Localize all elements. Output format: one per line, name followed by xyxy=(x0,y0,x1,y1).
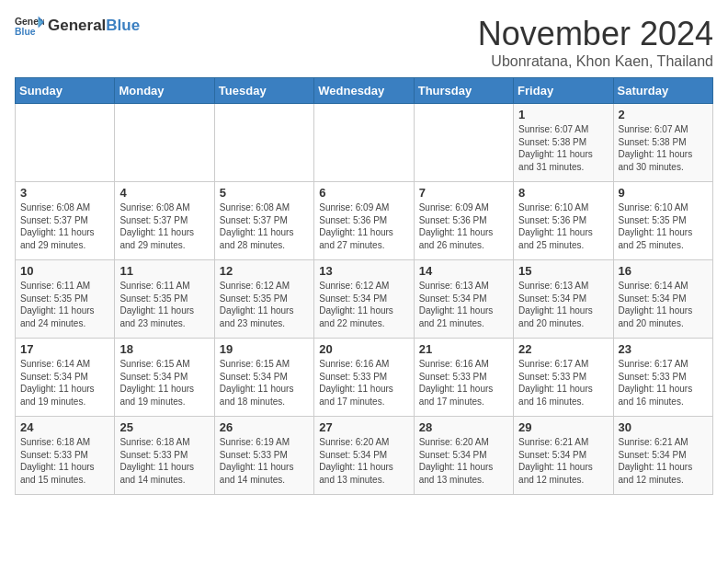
calendar-cell: 7Sunrise: 6:09 AM Sunset: 5:36 PM Daylig… xyxy=(414,182,513,260)
day-info: Sunrise: 6:12 AM Sunset: 5:35 PM Dayligh… xyxy=(220,280,309,329)
day-info: Sunrise: 6:18 AM Sunset: 5:33 PM Dayligh… xyxy=(20,436,109,486)
calendar-cell: 6Sunrise: 6:09 AM Sunset: 5:36 PM Daylig… xyxy=(314,182,414,260)
day-number: 4 xyxy=(119,186,209,200)
day-number: 20 xyxy=(319,342,408,356)
column-header-wednesday: Wednesday xyxy=(314,78,414,104)
day-info: Sunrise: 6:17 AM Sunset: 5:33 PM Dayligh… xyxy=(619,358,708,408)
calendar-header-row: SundayMondayTuesdayWednesdayThursdayFrid… xyxy=(16,78,713,104)
day-info: Sunrise: 6:16 AM Sunset: 5:33 PM Dayligh… xyxy=(419,358,508,408)
column-header-saturday: Saturday xyxy=(613,78,712,104)
calendar-cell xyxy=(314,104,414,182)
calendar-week-row: 24Sunrise: 6:18 AM Sunset: 5:33 PM Dayli… xyxy=(16,417,713,495)
day-info: Sunrise: 6:13 AM Sunset: 5:34 PM Dayligh… xyxy=(419,280,508,329)
day-number: 1 xyxy=(518,108,608,121)
day-number: 6 xyxy=(319,186,408,200)
column-header-thursday: Thursday xyxy=(414,78,513,104)
calendar-cell: 30Sunrise: 6:21 AM Sunset: 5:34 PM Dayli… xyxy=(613,417,712,495)
calendar-cell: 23Sunrise: 6:17 AM Sunset: 5:33 PM Dayli… xyxy=(613,339,712,417)
day-number: 26 xyxy=(220,420,309,434)
day-number: 9 xyxy=(619,186,708,200)
day-info: Sunrise: 6:16 AM Sunset: 5:33 PM Dayligh… xyxy=(319,358,408,408)
calendar-cell: 11Sunrise: 6:11 AM Sunset: 5:35 PM Dayli… xyxy=(115,260,214,339)
day-number: 19 xyxy=(220,342,309,356)
calendar-cell: 25Sunrise: 6:18 AM Sunset: 5:33 PM Dayli… xyxy=(115,417,214,495)
calendar-cell: 20Sunrise: 6:16 AM Sunset: 5:33 PM Dayli… xyxy=(314,339,414,417)
calendar-cell: 1Sunrise: 6:07 AM Sunset: 5:38 PM Daylig… xyxy=(514,104,613,182)
calendar-week-row: 1Sunrise: 6:07 AM Sunset: 5:38 PM Daylig… xyxy=(16,104,713,182)
day-info: Sunrise: 6:09 AM Sunset: 5:36 PM Dayligh… xyxy=(319,201,408,251)
day-number: 17 xyxy=(20,342,109,356)
calendar-week-row: 3Sunrise: 6:08 AM Sunset: 5:37 PM Daylig… xyxy=(16,182,713,260)
day-number: 29 xyxy=(518,420,608,434)
svg-text:Blue: Blue xyxy=(15,27,36,37)
day-info: Sunrise: 6:15 AM Sunset: 5:34 PM Dayligh… xyxy=(119,358,209,408)
day-number: 23 xyxy=(619,342,708,356)
day-number: 13 xyxy=(319,264,408,278)
calendar-cell: 5Sunrise: 6:08 AM Sunset: 5:37 PM Daylig… xyxy=(214,182,313,260)
calendar-week-row: 17Sunrise: 6:14 AM Sunset: 5:34 PM Dayli… xyxy=(16,339,713,417)
day-info: Sunrise: 6:07 AM Sunset: 5:38 PM Dayligh… xyxy=(518,123,608,173)
day-info: Sunrise: 6:15 AM Sunset: 5:34 PM Dayligh… xyxy=(220,358,309,408)
day-info: Sunrise: 6:08 AM Sunset: 5:37 PM Dayligh… xyxy=(20,201,109,251)
calendar-cell: 24Sunrise: 6:18 AM Sunset: 5:33 PM Dayli… xyxy=(16,417,115,495)
location-subtitle: Ubonratana, Khon Kaen, Thailand xyxy=(478,53,713,70)
calendar-cell: 9Sunrise: 6:10 AM Sunset: 5:35 PM Daylig… xyxy=(613,182,712,260)
day-number: 22 xyxy=(518,342,608,356)
day-number: 21 xyxy=(419,342,508,356)
page-header: General Blue General Blue November 2024 … xyxy=(15,15,713,70)
day-info: Sunrise: 6:14 AM Sunset: 5:34 PM Dayligh… xyxy=(619,280,708,329)
day-info: Sunrise: 6:11 AM Sunset: 5:35 PM Dayligh… xyxy=(20,280,109,329)
calendar-cell: 3Sunrise: 6:08 AM Sunset: 5:37 PM Daylig… xyxy=(16,182,115,260)
day-info: Sunrise: 6:17 AM Sunset: 5:33 PM Dayligh… xyxy=(518,358,608,408)
column-header-monday: Monday xyxy=(115,78,214,104)
calendar-cell: 17Sunrise: 6:14 AM Sunset: 5:34 PM Dayli… xyxy=(16,339,115,417)
day-number: 14 xyxy=(419,264,508,278)
calendar-cell: 18Sunrise: 6:15 AM Sunset: 5:34 PM Dayli… xyxy=(115,339,214,417)
calendar-cell: 21Sunrise: 6:16 AM Sunset: 5:33 PM Dayli… xyxy=(414,339,513,417)
day-info: Sunrise: 6:08 AM Sunset: 5:37 PM Dayligh… xyxy=(119,201,209,251)
calendar-cell: 19Sunrise: 6:15 AM Sunset: 5:34 PM Dayli… xyxy=(214,339,313,417)
day-number: 16 xyxy=(619,264,708,278)
day-number: 11 xyxy=(119,264,209,278)
column-header-friday: Friday xyxy=(514,78,613,104)
day-info: Sunrise: 6:10 AM Sunset: 5:36 PM Dayligh… xyxy=(518,201,608,251)
calendar-cell: 14Sunrise: 6:13 AM Sunset: 5:34 PM Dayli… xyxy=(414,260,513,339)
day-info: Sunrise: 6:18 AM Sunset: 5:33 PM Dayligh… xyxy=(119,436,209,486)
day-number: 10 xyxy=(20,264,109,278)
calendar-cell xyxy=(214,104,313,182)
calendar-cell: 15Sunrise: 6:13 AM Sunset: 5:34 PM Dayli… xyxy=(514,260,613,339)
calendar-cell: 10Sunrise: 6:11 AM Sunset: 5:35 PM Dayli… xyxy=(16,260,115,339)
logo-general-text: General xyxy=(48,17,106,35)
title-area: November 2024 Ubonratana, Khon Kaen, Tha… xyxy=(478,15,713,70)
logo: General Blue General Blue xyxy=(15,15,140,37)
day-info: Sunrise: 6:11 AM Sunset: 5:35 PM Dayligh… xyxy=(119,280,209,329)
day-info: Sunrise: 6:12 AM Sunset: 5:34 PM Dayligh… xyxy=(319,280,408,329)
day-info: Sunrise: 6:13 AM Sunset: 5:34 PM Dayligh… xyxy=(518,280,608,329)
column-header-sunday: Sunday xyxy=(16,78,115,104)
day-number: 8 xyxy=(518,186,608,200)
calendar-cell: 12Sunrise: 6:12 AM Sunset: 5:35 PM Dayli… xyxy=(214,260,313,339)
calendar-cell: 26Sunrise: 6:19 AM Sunset: 5:33 PM Dayli… xyxy=(214,417,313,495)
logo-blue-text: Blue xyxy=(106,17,140,35)
calendar-cell: 13Sunrise: 6:12 AM Sunset: 5:34 PM Dayli… xyxy=(314,260,414,339)
day-info: Sunrise: 6:21 AM Sunset: 5:34 PM Dayligh… xyxy=(619,436,708,486)
day-number: 3 xyxy=(20,186,109,200)
day-number: 7 xyxy=(419,186,508,200)
calendar-table: SundayMondayTuesdayWednesdayThursdayFrid… xyxy=(15,77,713,495)
day-info: Sunrise: 6:19 AM Sunset: 5:33 PM Dayligh… xyxy=(220,436,309,486)
day-info: Sunrise: 6:09 AM Sunset: 5:36 PM Dayligh… xyxy=(419,201,508,251)
day-info: Sunrise: 6:10 AM Sunset: 5:35 PM Dayligh… xyxy=(619,201,708,251)
day-number: 12 xyxy=(220,264,309,278)
day-number: 30 xyxy=(619,420,708,434)
calendar-cell xyxy=(16,104,115,182)
day-info: Sunrise: 6:21 AM Sunset: 5:34 PM Dayligh… xyxy=(518,436,608,486)
calendar-cell: 8Sunrise: 6:10 AM Sunset: 5:36 PM Daylig… xyxy=(514,182,613,260)
day-number: 5 xyxy=(220,186,309,200)
day-info: Sunrise: 6:08 AM Sunset: 5:37 PM Dayligh… xyxy=(220,201,309,251)
day-info: Sunrise: 6:20 AM Sunset: 5:34 PM Dayligh… xyxy=(319,436,408,486)
calendar-cell: 29Sunrise: 6:21 AM Sunset: 5:34 PM Dayli… xyxy=(514,417,613,495)
day-info: Sunrise: 6:14 AM Sunset: 5:34 PM Dayligh… xyxy=(20,358,109,408)
calendar-cell xyxy=(115,104,214,182)
calendar-week-row: 10Sunrise: 6:11 AM Sunset: 5:35 PM Dayli… xyxy=(16,260,713,339)
day-number: 15 xyxy=(518,264,608,278)
